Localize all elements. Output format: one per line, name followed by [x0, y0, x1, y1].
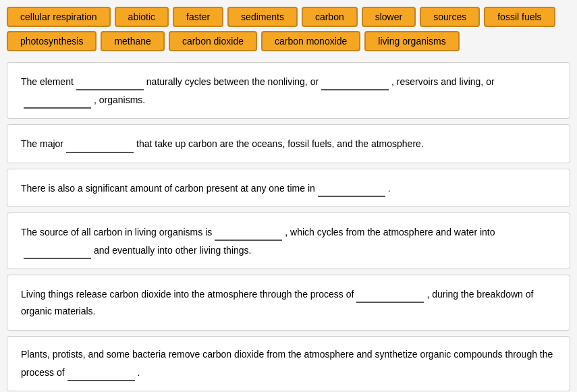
sentence-text: The element — [21, 76, 74, 87]
blank-field[interactable] — [321, 72, 389, 90]
blank-field[interactable] — [66, 134, 134, 152]
sentence-block: The source of all carbon in living organ… — [7, 213, 570, 269]
sentence-text: Living things release carbon dioxide int… — [21, 289, 354, 300]
word-chip[interactable]: sediments — [227, 7, 298, 27]
sentence-text: naturally cycles between the nonliving, … — [146, 76, 319, 87]
sentence-text: , reservoirs and living, or — [391, 76, 495, 87]
sentence-block: Plants, protists, and some bacteria remo… — [7, 336, 570, 391]
sentence-block: The element naturally cycles between the… — [7, 62, 570, 119]
blank-field[interactable] — [215, 223, 282, 241]
word-chip[interactable]: sources — [420, 7, 480, 27]
sentence-block: There is also a significant amount of ca… — [7, 169, 570, 207]
word-chip[interactable]: living organisms — [364, 31, 459, 51]
sentence-text: , organisms. — [94, 94, 145, 105]
word-chip[interactable]: cellular respiration — [7, 7, 111, 27]
word-chip[interactable]: abiotic — [115, 7, 169, 27]
blank-field[interactable] — [24, 90, 91, 109]
sentence-text: and eventually into other living things. — [94, 245, 251, 256]
sentence-text: . — [138, 367, 140, 378]
word-chip[interactable]: methane — [101, 31, 164, 51]
word-chip[interactable]: carbon monoxide — [261, 31, 360, 51]
blank-field[interactable] — [318, 179, 385, 197]
sentence-text: The source of all carbon in living organ… — [21, 227, 212, 237]
blank-field[interactable] — [24, 241, 91, 259]
sentence-text: . — [388, 183, 391, 194]
blank-field[interactable] — [67, 363, 135, 381]
sentences-container: The element naturally cycles between the… — [7, 62, 570, 392]
word-chip[interactable]: carbon — [302, 7, 358, 27]
word-chip[interactable]: carbon dioxide — [169, 31, 257, 51]
sentence-block: Living things release carbon dioxide int… — [7, 275, 570, 330]
blank-field[interactable] — [76, 72, 144, 90]
word-chip[interactable]: slower — [362, 7, 416, 27]
word-chip[interactable]: fossil fuels — [484, 7, 555, 27]
sentence-block: The major that take up carbon are the oc… — [7, 124, 570, 163]
sentence-text: There is also a significant amount of ca… — [21, 183, 315, 194]
word-chip[interactable]: faster — [173, 7, 223, 27]
word-bank: cellular respirationabioticfastersedimen… — [7, 7, 570, 51]
word-chip[interactable]: photosynthesis — [7, 31, 97, 51]
sentence-text: , which cycles from the atmosphere and w… — [285, 227, 495, 237]
sentence-text: that take up carbon are the oceans, foss… — [136, 138, 424, 149]
blank-field[interactable] — [356, 285, 424, 303]
sentence-text: The major — [21, 138, 63, 149]
